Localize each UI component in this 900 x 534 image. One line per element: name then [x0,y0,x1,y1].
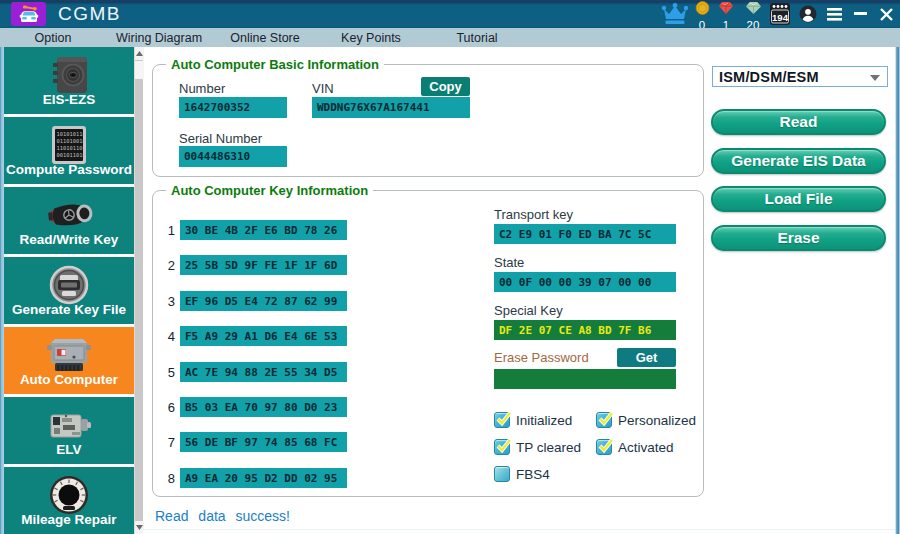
key-row-number: 6 [159,400,175,415]
serial-number-label: Serial Number [179,131,262,146]
status-message: Read data success! [155,508,290,524]
number-field[interactable]: 1642700352 [179,97,287,118]
key-row-field[interactable]: 30 BE 4B 2F E6 BD 78 26 [180,220,347,240]
eis-module-icon [4,53,134,97]
menu-hamburger-button[interactable] [823,0,845,28]
serial-number-field[interactable]: 0044486310 [179,146,287,167]
scroll-up-button[interactable] [135,47,144,60]
key-row-number: 1 [159,223,175,238]
menu-online-store[interactable]: Online Store [212,31,318,45]
svg-text:110101101: 110101101 [57,145,86,151]
state-label: State [494,255,524,270]
transport-key-field[interactable]: C2 E9 01 F0 ED BA 7C 5C [494,224,676,244]
personalized-label: Personalized [618,413,696,428]
state-field[interactable]: 00 0F 00 00 39 07 00 00 [494,272,676,292]
basic-info-title: Auto Computer Basic Information [166,57,384,72]
basic-info-groupbox: Auto Computer Basic Information Number 1… [152,64,704,177]
gold-coin-icon [695,1,710,15]
sidebar-item-label: EIS-EZS [4,92,134,107]
erase-button[interactable]: Erase [711,225,886,251]
special-key-label: Special Key [494,303,563,318]
sidebar-item-elv[interactable]: ELV [4,397,134,464]
key-info-groupbox: Auto Computer Key Information 1 30 BE 4B… [152,190,704,497]
erase-password-label: Erase Password [494,350,589,365]
menu-tutorial[interactable]: Tutorial [424,31,530,45]
special-key-field[interactable]: DF 2E 07 CE A8 BD 7F B6 [494,320,676,340]
crown-icon[interactable] [658,0,692,28]
key-row-field[interactable]: F5 A9 29 A1 D6 E4 6E 53 [180,326,347,346]
key-row-number: 2 [159,258,175,273]
sidebar-scrollbar[interactable] [134,47,143,534]
transport-key-label: Transport key [494,207,573,222]
fbs4-checkbox[interactable] [494,466,510,482]
activated-checkbox[interactable] [596,439,612,455]
green-gem-icon [745,1,762,15]
statusbar-bottom-strip [143,529,895,534]
sidebar-item-label: Compute Password [4,162,134,177]
menu-key-points[interactable]: Key Points [318,31,424,45]
green-gem-counter[interactable]: 20 [740,1,766,31]
menu-option[interactable]: Option [0,31,106,45]
key-row-field[interactable]: 25 5B 5D 9F FE 1F 1F 6D [180,255,347,275]
personalized-checkbox[interactable] [596,412,612,428]
sidebar-item-auto-computer[interactable]: Auto Computer [4,327,134,394]
sidebar-item-read-write-key[interactable]: Read/Write Key [4,187,134,254]
key-row-field[interactable]: B5 03 EA 70 97 80 D0 23 [180,397,347,417]
key-row-number: 8 [159,471,175,486]
get-button[interactable]: Get [617,348,676,367]
svg-text:101010110: 101010110 [57,131,86,137]
erase-password-field[interactable] [494,369,676,389]
app-window: CGMB 0 1 [0,0,900,534]
points-counter[interactable]: 194 [768,0,792,28]
key-file-icon [4,263,134,307]
key-info-title: Auto Computer Key Information [166,183,373,198]
copy-button[interactable]: Copy [421,77,470,96]
red-gem-icon [718,1,734,15]
read-button[interactable]: Read [711,109,886,135]
minimize-button[interactable] [849,0,871,28]
gauge-icon [4,473,134,517]
sidebar-item-label: Read/Write Key [4,232,134,247]
user-account-icon[interactable] [797,0,819,28]
number-label: Number [179,81,225,96]
tp-cleared-checkbox[interactable] [494,439,510,455]
password-screen-icon: 101010110 011010010 110101101 001011010 [4,123,134,167]
sidebar-item-label: Auto Computer [4,372,134,387]
sidebar-item-compute-password[interactable]: 101010110 011010010 110101101 001011010 … [4,117,134,184]
window-title: CGMB [58,3,121,25]
initialized-label: Initialized [516,413,572,428]
window-border-right [895,47,900,534]
scrollbar-thumb[interactable] [135,61,144,79]
sidebar: EIS-EZS 101010110 011010010 110101101 00… [4,47,134,534]
sidebar-item-label: ELV [4,442,134,457]
elv-module-icon [4,403,134,447]
dropdown-selected-value: ISM/DSM/ESM [719,69,819,85]
key-row-field[interactable]: A9 EA 20 95 D2 DD 02 95 [180,468,347,488]
red-gem-counter[interactable]: 1 [713,1,739,31]
fbs4-label: FBS4 [516,467,550,482]
coin-counter[interactable]: 0 [689,1,715,31]
generate-eis-data-button[interactable]: Generate EIS Data [711,148,886,174]
key-row-field[interactable]: AC 7E 94 88 2E 55 34 D5 [180,362,347,382]
module-type-dropdown[interactable]: ISM/DSM/ESM [712,66,888,87]
load-file-button[interactable]: Load File [711,186,886,212]
menu-wiring-diagram[interactable]: Wiring Diagram [106,31,212,45]
vin-field[interactable]: WDDNG76X67A167441 [312,97,470,118]
menubar: Option Wiring Diagram Online Store Key P… [0,28,900,47]
key-row-field[interactable]: EF 96 D5 E4 72 87 62 99 [180,291,347,311]
key-row-field[interactable]: 56 DE BF 97 74 85 68 FC [180,432,347,452]
svg-text:001011010: 001011010 [57,152,86,158]
sidebar-item-generate-key-file[interactable]: Generate Key File [4,257,134,324]
svg-text:194: 194 [772,12,789,23]
sidebar-item-eis-ezs[interactable]: EIS-EZS [4,47,134,114]
vin-label: VIN [312,81,334,96]
initialized-checkbox[interactable] [494,412,510,428]
sidebar-item-mileage-repair[interactable]: Mileage Repair [4,467,134,534]
key-row-number: 5 [159,365,175,380]
app-logo-icon [11,2,46,26]
sidebar-item-label: Mileage Repair [4,512,134,527]
tp-cleared-label: TP cleared [516,440,581,455]
close-button[interactable] [874,0,898,28]
key-row-number: 3 [159,294,175,309]
activated-label: Activated [618,440,674,455]
